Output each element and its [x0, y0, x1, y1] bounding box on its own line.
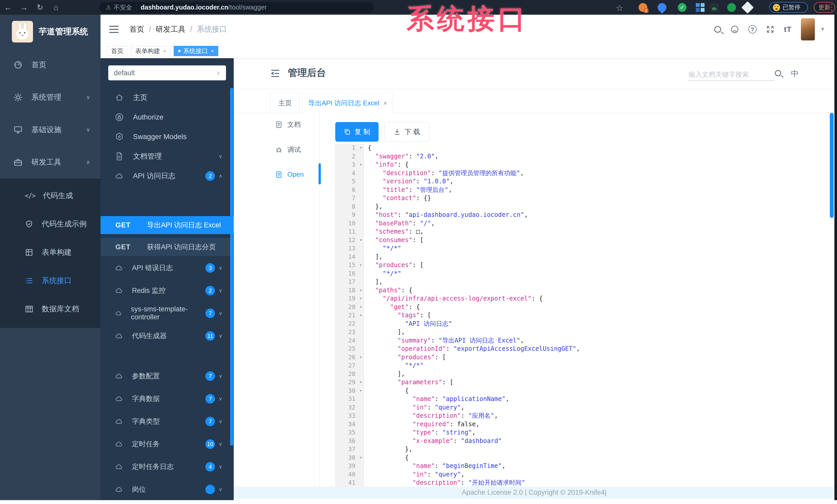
fold-caret-icon[interactable]: ▾: [359, 387, 362, 395]
api-group-item[interactable]: 字典类型7∨: [101, 410, 234, 433]
fold-caret-icon[interactable]: ▾: [359, 353, 362, 361]
extension-icon[interactable]: [696, 3, 705, 12]
line-number[interactable]: 18▾: [335, 286, 363, 295]
line-number[interactable]: 3▾: [335, 161, 363, 169]
extension-icon[interactable]: ✓: [678, 3, 687, 12]
download-button[interactable]: 下 载: [385, 122, 429, 142]
line-number[interactable]: 30▾: [335, 387, 363, 395]
fullscreen-icon[interactable]: [766, 25, 774, 34]
sidebar-collapse-icon[interactable]: [109, 26, 119, 33]
browser-reload-icon[interactable]: ↻: [32, 3, 48, 12]
line-number[interactable]: 12▾: [335, 236, 363, 244]
close-icon[interactable]: ×: [163, 48, 166, 54]
line-number[interactable]: 19▾: [335, 294, 363, 303]
fold-caret-icon[interactable]: ▾: [359, 144, 362, 152]
sidebar-scrollbar[interactable]: [230, 88, 233, 446]
close-icon[interactable]: ×: [211, 48, 214, 54]
rail-item-doc[interactable]: 文档: [275, 120, 318, 129]
browser-menu-icon[interactable]: ⋮: [828, 3, 836, 12]
browser-forward-icon[interactable]: →: [16, 3, 32, 12]
api-group-item[interactable]: API 错误日志3∨: [101, 257, 234, 279]
url-field[interactable]: ⚠ 不安全 dashboard.yudao.iocoder.cn/tool/sw…: [99, 2, 374, 13]
line-number[interactable]: 21▾: [335, 311, 363, 320]
tag-home[interactable]: 首页: [107, 46, 128, 56]
sidebar-item-code-gen-example[interactable]: 代码生成示例: [0, 210, 101, 238]
sidebar-item-system-mgmt[interactable]: 系统管理 ∨: [0, 81, 101, 114]
api-group-item[interactable]: 参数配置7∨: [101, 365, 234, 387]
search-icon[interactable]: [775, 70, 781, 76]
font-size-icon[interactable]: tT: [784, 25, 791, 34]
json-code-editor[interactable]: 1▾23▾456789101112▾131415▾161718▾19▾20▾21…: [335, 144, 830, 486]
rail-item-open[interactable]: Open: [275, 170, 318, 179]
extension-icon[interactable]: 1: [639, 3, 647, 12]
extension-icon[interactable]: [727, 3, 736, 12]
sidebar-item-home[interactable]: 首页: [0, 49, 101, 81]
menu-item-api-access-log[interactable]: API 访问日志 2 ∧: [101, 166, 234, 186]
api-group-item[interactable]: 定时任务日志4∨: [101, 455, 234, 478]
line-number[interactable]: 1▾: [335, 144, 363, 152]
bookmark-star-icon[interactable]: ☆: [616, 3, 623, 13]
operation-export-api-log-excel[interactable]: GET 导出API 访问日志 Excel: [101, 216, 234, 234]
menu-item-home[interactable]: 主页: [101, 88, 234, 107]
sidebar-item-db-doc[interactable]: 数据库文档: [0, 295, 101, 323]
extension-icon[interactable]: [742, 1, 754, 14]
fold-caret-icon[interactable]: ▾: [359, 303, 362, 311]
menu-fold-icon[interactable]: [270, 68, 281, 79]
help-icon[interactable]: ?: [748, 25, 756, 34]
doc-tab-export-api-log[interactable]: 导出API 访问日志 Excel×: [302, 93, 393, 113]
not-secure-label[interactable]: 不安全: [114, 3, 132, 12]
line-number[interactable]: 29▾: [335, 378, 363, 387]
github-icon[interactable]: [730, 25, 739, 34]
api-group-item[interactable]: 岗位∨: [101, 478, 234, 500]
sidebar-item-form-builder[interactable]: 表单构建: [0, 238, 101, 266]
menu-label: 主页: [133, 93, 147, 102]
extension-icon[interactable]: [656, 1, 668, 14]
api-group-item[interactable]: Redis 监控2∨: [101, 279, 234, 302]
api-group-item[interactable]: 代码生成器11∨: [101, 324, 234, 347]
profile-paused-pill[interactable]: 已暂停: [769, 2, 808, 13]
breadcrumb-item[interactable]: 首页: [129, 24, 144, 35]
doc-tab-home[interactable]: 主页: [270, 93, 300, 113]
language-icon[interactable]: 中: [791, 69, 799, 79]
operation-get-api-log-page[interactable]: GET 获得API 访问日志分页: [101, 238, 234, 256]
line-number[interactable]: 38▾: [335, 453, 363, 462]
api-group-item[interactable]: 字典数据7∨: [101, 387, 234, 410]
browser-back-icon[interactable]: ←: [0, 3, 16, 12]
browser-home-icon[interactable]: ⌂: [48, 3, 64, 12]
editor-scrollbar[interactable]: [830, 113, 834, 218]
sidebar-item-system-api[interactable]: 系统接口: [0, 266, 101, 295]
breadcrumb-item[interactable]: 研发工具: [156, 24, 185, 35]
line-number[interactable]: 15▾: [335, 261, 363, 269]
line-number[interactable]: 20▾: [335, 303, 363, 311]
menu-item-doc-management[interactable]: 文档管理 ∨: [101, 147, 234, 166]
window-scrollbar[interactable]: [834, 15, 837, 500]
fold-caret-icon[interactable]: ▾: [359, 294, 362, 303]
sidebar-item-code-gen[interactable]: </> 代码生成: [0, 182, 101, 210]
menu-item-authorize[interactable]: Authorize: [101, 107, 234, 127]
search-icon[interactable]: [714, 26, 721, 33]
menu-item-swagger-models[interactable]: Swagger Models: [101, 127, 234, 147]
line-number[interactable]: 26▾: [335, 353, 363, 361]
copy-button[interactable]: 复 制: [335, 122, 378, 142]
fold-caret-icon[interactable]: ▾: [359, 286, 362, 295]
tag-form-builder[interactable]: 表单构建×: [131, 46, 171, 56]
fold-caret-icon[interactable]: ▾: [359, 378, 362, 387]
sidebar-item-dev-tools[interactable]: 研发工具 ∧: [0, 146, 101, 179]
extension-icon[interactable]: 6h: [710, 3, 719, 12]
sidebar-item-infrastructure[interactable]: 基础设施 ∨: [0, 114, 101, 146]
fold-caret-icon[interactable]: ▾: [359, 453, 362, 462]
api-group-item[interactable]: 定时任务10∨: [101, 433, 234, 455]
close-icon[interactable]: ×: [384, 100, 387, 107]
fold-caret-icon[interactable]: ▾: [359, 236, 362, 244]
rail-item-debug[interactable]: 调试: [275, 145, 318, 154]
fold-caret-icon[interactable]: ▾: [359, 261, 362, 269]
app-logo[interactable]: 芋道管理系统: [0, 15, 101, 49]
caret-down-icon[interactable]: ▼: [820, 26, 825, 32]
fold-caret-icon[interactable]: ▾: [359, 161, 362, 169]
api-group-item[interactable]: sys-sms-template-controller7∨: [101, 302, 234, 324]
tag-system-api[interactable]: 系统接口×: [174, 46, 218, 56]
api-group-select[interactable]: default ∨: [108, 66, 226, 80]
doc-search-input[interactable]: [689, 69, 775, 81]
user-avatar[interactable]: [801, 18, 815, 40]
fold-caret-icon[interactable]: ▾: [359, 311, 362, 320]
